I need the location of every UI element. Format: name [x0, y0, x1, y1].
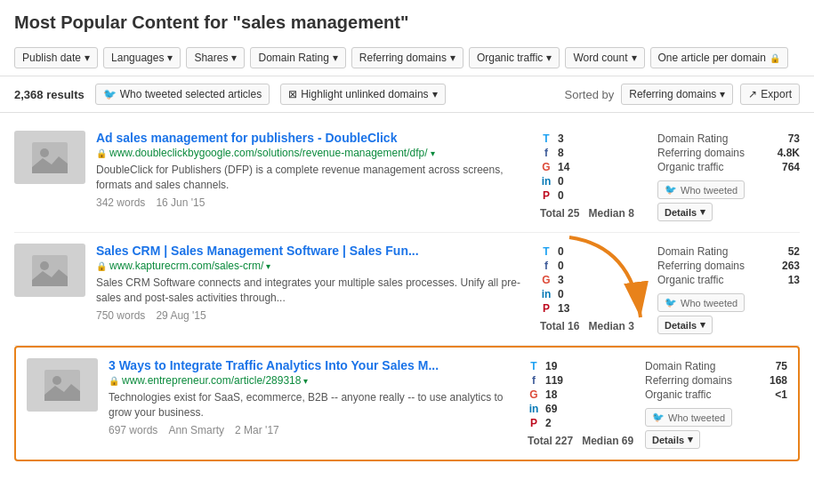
domain-rating-label: Domain Rating: [657, 245, 728, 258]
domain-rating-value: 52: [788, 245, 800, 258]
referring-domains-value: 263: [782, 260, 800, 272]
tweet-selected-button[interactable]: 🐦 Who tweeted selected articles: [95, 84, 270, 105]
filter-btn-languages[interactable]: Languages▾: [103, 47, 181, 68]
tw-icon: T: [540, 132, 552, 145]
details-label: Details: [665, 320, 697, 331]
item-meta: 342 words 16 Jun '15: [96, 196, 529, 209]
share-value: 2: [545, 417, 552, 429]
url-text[interactable]: www.entrepreneur.com/article/289318: [122, 374, 301, 387]
author-name: Ann Smarty: [168, 424, 224, 436]
organic-traffic-row: Organic traffic <1: [645, 388, 787, 401]
share-totals: Total 25 Median 8: [540, 207, 647, 220]
export-button[interactable]: ↗ Export: [740, 84, 800, 105]
item-meta: 750 words 29 Aug '15: [96, 309, 529, 322]
filter-btn-publish-date[interactable]: Publish date▾: [14, 47, 98, 68]
content-list: Ad sales management for publishers - Dou…: [0, 113, 814, 472]
referring-domains-row: Referring domains 168: [645, 374, 787, 387]
content-item: Sales CRM | Sales Management Software | …: [14, 233, 800, 346]
share-row-pi: P 13: [540, 302, 647, 315]
twitter-icon: 🐦: [665, 297, 677, 308]
word-count: 697 words: [109, 424, 157, 436]
chevron-down-icon: ▾: [85, 52, 90, 64]
filter-btn-organic-traffic[interactable]: Organic traffic▾: [469, 47, 560, 68]
organic-traffic-row: Organic traffic 13: [657, 274, 800, 286]
organic-traffic-label: Organic traffic: [645, 388, 711, 401]
details-button[interactable]: Details ▾: [645, 430, 700, 449]
thumbnail: [14, 131, 85, 184]
word-count: 750 words: [96, 309, 145, 322]
filter-btn-word-count[interactable]: Word count▾: [565, 47, 644, 68]
share-value: 13: [558, 302, 569, 315]
item-url: 🔒 www.doubleclickbygoogle.com/solutions/…: [96, 147, 529, 159]
referring-domains-label: Referring domains: [657, 147, 745, 159]
social-shares: T 0 f 0 G 3 in 0 P 13 Total 16 Median 3: [540, 244, 647, 332]
share-row-fb: f 0: [540, 260, 647, 272]
results-left: 2,368 results 🐦 Who tweeted selected art…: [14, 84, 446, 105]
referring-domains-value: 4.8K: [778, 147, 800, 159]
filter-label: Referring domains: [359, 52, 447, 64]
fb-icon: f: [540, 147, 552, 159]
page-title: Most Popular Content for "sales manageme…: [0, 0, 814, 42]
filter-label: Publish date: [22, 52, 81, 64]
details-button[interactable]: Details ▾: [657, 203, 713, 221]
share-row-g: G 18: [528, 388, 634, 401]
referring-domains-label: Referring domains: [645, 374, 732, 387]
twitter-icon: 🐦: [103, 88, 117, 100]
url-text[interactable]: www.kapturecrm.com/sales-crm/: [109, 260, 263, 272]
domain-rating-row: Domain Rating 52: [657, 245, 800, 258]
share-value: 3: [558, 132, 564, 145]
tw-icon: T: [528, 360, 540, 372]
item-description: DoubleClick for Publishers (DFP) is a co…: [96, 163, 529, 193]
filter-bar: Publish date▾Languages▾Shares▾Domain Rat…: [0, 42, 814, 76]
highlight-unlinked-button[interactable]: ⊠ Highlight unlinked domains ▾: [280, 84, 445, 105]
details-button[interactable]: Details ▾: [657, 316, 713, 334]
chevron-down-icon: ▾: [167, 52, 173, 64]
content-item: Ad sales management for publishers - Dou…: [14, 120, 800, 233]
share-row-pi: P 0: [540, 189, 647, 202]
social-shares: T 19 f 119 G 18 in 69 P 2 Total 227 Medi…: [528, 358, 634, 447]
tw-icon: T: [540, 245, 552, 258]
publish-date: 16 Jun '15: [156, 196, 205, 209]
chevron-down-icon: ▾: [432, 88, 438, 100]
who-tweeted-button[interactable]: 🐦 Who tweeted: [645, 408, 732, 427]
thumbnail: [27, 358, 98, 412]
total-shares: Total 227: [528, 435, 573, 447]
item-title[interactable]: 3 Ways to Integrate Traffic Analytics In…: [109, 358, 439, 372]
li-icon: in: [528, 403, 540, 415]
item-main: 3 Ways to Integrate Traffic Analytics In…: [109, 358, 517, 436]
details-wrapper: Details ▾: [645, 427, 787, 449]
pi-icon: P: [540, 302, 552, 315]
chevron-down-icon: ▾: [720, 88, 725, 100]
item-description: Technologies exist for SaaS, ecommerce, …: [109, 390, 517, 420]
thumbnail: [14, 244, 85, 297]
who-tweeted-button[interactable]: 🐦 Who tweeted: [657, 180, 745, 199]
who-tweeted-wrapper: 🐦 Who tweeted: [657, 288, 800, 312]
filter-label: Languages: [111, 52, 164, 64]
share-value: 0: [558, 175, 564, 188]
chevron-down-icon: ▾: [700, 206, 705, 218]
external-link-icon: ▾: [266, 261, 270, 271]
filter-btn-one-article-per-domain[interactable]: One article per domain🔒: [650, 47, 788, 68]
filter-btn-referring-domains[interactable]: Referring domains▾: [351, 47, 463, 68]
item-stats: Domain Rating 52 Referring domains 263 O…: [657, 244, 800, 334]
who-tweeted-button[interactable]: 🐦 Who tweeted: [657, 293, 745, 312]
item-title[interactable]: Ad sales management for publishers - Dou…: [96, 131, 397, 145]
svg-point-3: [40, 261, 49, 270]
share-row-tw: T 19: [528, 360, 634, 372]
filter-btn-domain-rating[interactable]: Domain Rating▾: [250, 47, 345, 68]
share-row-li: in 69: [528, 403, 634, 415]
sort-dropdown[interactable]: Referring domains ▾: [621, 84, 733, 105]
filter-btn-shares[interactable]: Shares▾: [186, 47, 245, 68]
results-right: Sorted by Referring domains ▾ ↗ Export: [565, 84, 800, 105]
url-text[interactable]: www.doubleclickbygoogle.com/solutions/re…: [109, 147, 428, 159]
share-value: 69: [545, 403, 557, 415]
content-item: 3 Ways to Integrate Traffic Analytics In…: [14, 346, 800, 461]
referring-domains-label: Referring domains: [657, 260, 745, 272]
share-value: 8: [558, 147, 564, 159]
external-link-icon: ▾: [303, 376, 308, 386]
share-row-fb: f 119: [528, 374, 634, 387]
share-row-g: G 14: [540, 161, 647, 173]
item-title[interactable]: Sales CRM | Sales Management Software | …: [96, 244, 419, 258]
share-row-tw: T 0: [540, 245, 647, 258]
results-count: 2,368 results: [14, 88, 85, 101]
